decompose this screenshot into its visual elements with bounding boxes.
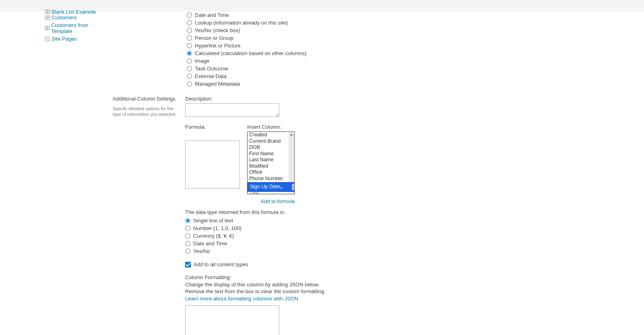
formula-input[interactable] <box>185 140 240 189</box>
radio-icon[interactable] <box>187 35 192 41</box>
sidebar-item-customers-template[interactable]: Customers from Template <box>45 21 105 35</box>
radio-icon[interactable] <box>185 241 190 246</box>
formula-col: Formula: <box>185 124 240 189</box>
listbox-inner: Created Current Brand DOB First Name Las… <box>248 132 294 194</box>
radio-label: Currency ($, ¥, €) <box>193 232 234 239</box>
listbox-item-selected[interactable]: Sign Up Date ↖ <box>248 182 294 192</box>
radio-icon[interactable] <box>187 43 192 48</box>
radio-label: Yes/No (check box) <box>195 27 240 34</box>
add-all-content-types-row: Add to all content types <box>185 261 459 268</box>
column-formatting-line2: Remove the text from the box to clear th… <box>185 288 459 295</box>
listbox-item[interactable]: Office <box>248 169 294 176</box>
sidebar-item-label: Blank List Example <box>52 10 96 14</box>
radio-icon[interactable] <box>187 58 192 64</box>
listbox-item[interactable]: Phone Number <box>248 176 294 182</box>
radio-label: Image <box>195 58 209 64</box>
column-formatting-line1: Change the display of this column by add… <box>185 281 459 288</box>
radio-icon[interactable] <box>185 218 190 223</box>
column-type-option[interactable]: Yes/No (check box) <box>187 27 459 34</box>
listbox-item[interactable]: Modified <box>248 163 294 170</box>
page-body: Blank List Example Customers Customers f… <box>0 11 644 335</box>
sidebar-item-site-pages[interactable]: Site Pages <box>45 35 105 43</box>
radio-label: Date and Time <box>193 240 227 247</box>
list-icon <box>45 26 50 30</box>
add-to-formula-link[interactable]: Add to formula <box>247 198 295 204</box>
return-type-label: The data type returned from this formula… <box>185 209 459 215</box>
column-type-option[interactable]: Image <box>187 57 459 65</box>
radio-label: External Data <box>195 73 227 80</box>
radio-label: Task Outcome <box>195 65 228 72</box>
return-type-option[interactable]: Number (1, 1.0, 100) <box>185 224 459 232</box>
sidebar-item-label: Customers <box>52 14 77 21</box>
section-left: Additional Column Settings Specify detai… <box>113 96 185 117</box>
radio-label: Person or Group <box>195 35 233 41</box>
radio-label: Lookup (information already on this site… <box>195 19 288 26</box>
column-type-option[interactable]: Person or Group <box>187 34 459 42</box>
left-nav: Blank List Example Customers Customers f… <box>0 11 113 335</box>
radio-label: Hyperlink or Picture <box>195 42 240 49</box>
sidebar-item-label: Customers from Template <box>51 22 105 34</box>
description-input[interactable] <box>185 103 279 117</box>
column-type-option[interactable]: Task Outcome <box>187 65 459 72</box>
list-icon <box>45 10 50 14</box>
learn-more-link[interactable]: Learn more about formatting columns with… <box>185 296 298 302</box>
checkbox-label: Add to all content types <box>194 261 248 268</box>
listbox-item[interactable]: Last Name <box>248 157 294 163</box>
radio-icon[interactable] <box>187 28 192 33</box>
add-all-content-types[interactable]: Add to all content types <box>185 261 459 268</box>
radio-label: Number (1, 1.0, 100) <box>193 225 242 232</box>
radio-label: Yes/No <box>193 248 210 255</box>
page-icon <box>45 37 50 41</box>
sidebar-item-label: Site Pages <box>52 36 77 42</box>
radio-icon[interactable] <box>187 81 192 86</box>
json-formatting-input[interactable] <box>185 305 279 335</box>
return-type-option[interactable]: Single line of text <box>185 217 459 224</box>
sidebar-item-truncated[interactable]: Blank List Example <box>45 10 105 14</box>
radio-icon[interactable] <box>185 249 190 254</box>
radio-icon[interactable] <box>187 12 192 18</box>
radio-icon[interactable] <box>185 226 190 231</box>
additional-settings-desc: Specify detailed options for the type of… <box>113 106 177 117</box>
column-type-option[interactable]: External Data <box>187 72 459 80</box>
formula-row: Formula: Insert Column: Created Current … <box>185 124 459 204</box>
radio-icon[interactable] <box>187 74 192 79</box>
radio-label: Managed Metadata <box>195 80 240 87</box>
section-right: Description: Formula: Insert Column: <box>185 96 459 335</box>
listbox-item[interactable]: DOB <box>248 144 294 151</box>
insert-column-col: Insert Column: Created Current Brand DOB… <box>247 124 295 204</box>
selected-text: Sign Up Date <box>250 184 280 190</box>
listbox-item[interactable]: Current Brand <box>248 138 294 145</box>
return-type-option[interactable]: Yes/No <box>185 247 459 255</box>
column-type-option[interactable]: Lookup (information already on this site… <box>187 19 459 27</box>
additional-settings-section: Additional Column Settings Specify detai… <box>113 96 459 335</box>
listbox-item[interactable]: Created <box>248 132 294 138</box>
additional-settings-title: Additional Column Settings <box>113 96 177 102</box>
checkbox-icon[interactable] <box>185 262 191 267</box>
insert-column-wrap: Created Current Brand DOB First Name Las… <box>247 132 295 204</box>
column-formatting-title: Column Formatting: <box>185 274 459 281</box>
column-type-option[interactable]: Hyperlink or Picture <box>187 42 459 49</box>
return-type-option[interactable]: Currency ($, ¥, €) <box>185 232 459 240</box>
return-type-option[interactable]: Date and Time <box>185 240 459 247</box>
column-type-group: Date and Time Lookup (information alread… <box>113 11 459 88</box>
main-content: Date and Time Lookup (information alread… <box>113 11 475 335</box>
radio-icon[interactable] <box>187 20 192 25</box>
column-type-option[interactable]: Managed Metadata <box>187 80 459 88</box>
formula-label: Formula: <box>185 124 240 130</box>
radio-label: Date and Time <box>195 12 229 18</box>
radio-icon[interactable] <box>187 66 192 71</box>
radio-icon[interactable] <box>185 233 190 238</box>
radio-icon[interactable] <box>187 51 192 56</box>
return-type-block: The data type returned from this formula… <box>185 209 459 255</box>
description-label: Description: <box>185 96 459 102</box>
radio-label: Calculated (calculation based on other c… <box>195 50 307 57</box>
column-type-option-calculated[interactable]: Calculated (calculation based on other c… <box>187 49 459 57</box>
listbox-item[interactable]: First Name <box>248 151 294 157</box>
sidebar-item-customers[interactable]: Customers <box>45 14 105 21</box>
insert-column-listbox[interactable]: Created Current Brand DOB First Name Las… <box>247 132 295 194</box>
column-type-option[interactable]: Date and Time <box>187 11 459 19</box>
list-icon <box>45 16 50 20</box>
radio-label: Single line of text <box>193 217 233 224</box>
insert-column-label: Insert Column: <box>247 124 295 130</box>
column-formatting-block: Column Formatting: Change the display of… <box>185 274 459 335</box>
